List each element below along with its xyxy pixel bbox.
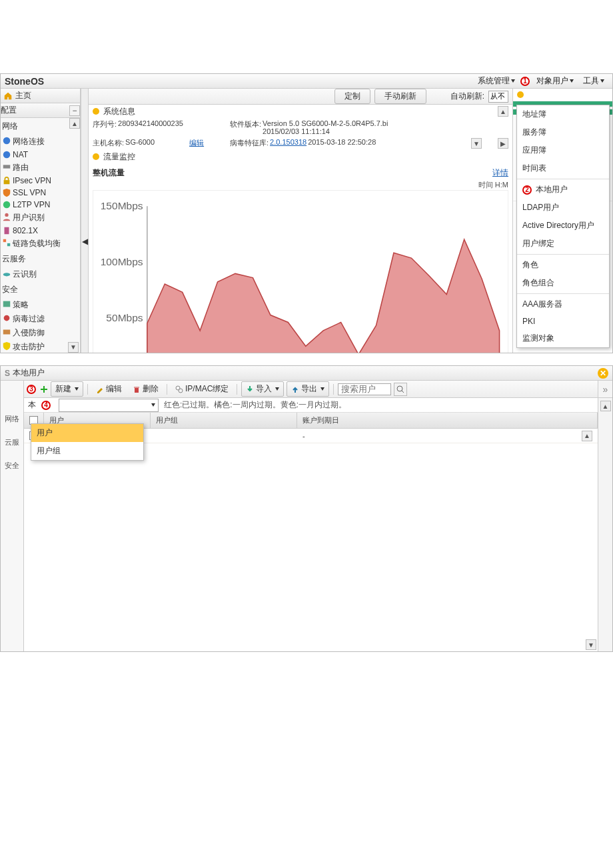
lb-icon: [2, 238, 11, 247]
nat-icon: [2, 150, 11, 159]
version-date: 2015/02/03 11:11:14: [263, 127, 330, 135]
mini-side-cloud[interactable]: 云服: [5, 437, 19, 447]
cloud-icon: [2, 269, 11, 278]
menu-tool[interactable]: 工具: [579, 74, 608, 88]
sidebar-item-nat[interactable]: NAT: [1, 149, 80, 161]
plug-icon: [2, 226, 11, 235]
export-button[interactable]: 导出: [287, 381, 329, 397]
window-prefix: S: [5, 369, 10, 378]
sidebar-item-userrec[interactable]: 用户识别: [1, 211, 80, 225]
globe-icon: [2, 136, 11, 145]
sidebar-item-l2tp[interactable]: L2TP VPN: [1, 199, 80, 211]
policy-icon: [2, 299, 11, 309]
svg-text:150Mbps: 150Mbps: [101, 200, 143, 211]
close-button[interactable]: ✕: [598, 368, 608, 379]
edit-host-link[interactable]: 编辑: [189, 138, 204, 149]
sidebar-item-ips[interactable]: 入侵防御: [1, 326, 80, 340]
menu-system[interactable]: 系统管理: [474, 74, 519, 88]
scroll-down-btn[interactable]: ▼: [68, 342, 79, 353]
virus-link[interactable]: 2.0.150318: [270, 138, 306, 149]
mini-sidebar: 网络 云服 安全: [1, 381, 24, 651]
dd-ad-user[interactable]: Active Directory用户: [517, 217, 609, 235]
menu-object-user[interactable]: 对象用户: [532, 74, 578, 88]
search-user-input[interactable]: [338, 383, 391, 395]
sidebar-item-netconn[interactable]: 网络连接: [1, 135, 80, 149]
delete-button[interactable]: 删除: [129, 382, 163, 396]
version-label: 软件版本:: [230, 119, 261, 135]
sidebar-item-route[interactable]: 路由: [1, 161, 80, 175]
scroll-up-btn[interactable]: ▲: [69, 118, 80, 129]
top-bar: StoneOS 系统管理 1 对象用户 工具: [1, 74, 612, 89]
expand-gutter[interactable]: »: [603, 384, 608, 395]
sidebar-collapser[interactable]: ◀: [81, 89, 89, 353]
svg-point-5: [5, 213, 8, 217]
dd-service-book[interactable]: 服务簿: [517, 123, 609, 141]
lock-icon: [2, 176, 11, 185]
dd-local-user[interactable]: 2本地用户: [517, 181, 609, 199]
svg-point-0: [3, 137, 11, 145]
sysinfo-scroll-right[interactable]: ▶: [498, 138, 508, 149]
window-title: 本地用户: [13, 367, 45, 379]
sidebar-item-ipsec[interactable]: IPsec VPN: [1, 175, 80, 187]
serial-label: 序列号:: [93, 119, 117, 135]
new-group-option[interactable]: 用户组: [31, 442, 143, 460]
dd-ldap-user[interactable]: LDAP用户: [517, 199, 609, 217]
dd-role-combo[interactable]: 角色组合: [517, 274, 609, 292]
mini-side-net[interactable]: 网络: [5, 414, 19, 424]
collapse-config-btn[interactable]: −: [69, 105, 80, 116]
dd-monitor-obj[interactable]: 监测对象: [517, 329, 609, 347]
user-select[interactable]: [59, 399, 159, 412]
search-button[interactable]: [394, 383, 407, 396]
sidebar-item-8021x[interactable]: 802.1X: [1, 225, 80, 237]
refresh-button[interactable]: 手动刷新: [374, 89, 426, 104]
dd-app-book[interactable]: 应用簿: [517, 141, 609, 159]
sysinfo-scroll-down[interactable]: ▼: [471, 138, 482, 149]
svg-rect-12: [3, 330, 11, 335]
svg-point-23: [179, 389, 183, 393]
ipmac-button[interactable]: IP/MAC绑定: [171, 382, 233, 396]
customize-button[interactable]: 定制: [334, 89, 370, 104]
version-value: Version 5.0 SG6000-M-2-5.0R4P5.7.bi: [263, 119, 388, 127]
sidebar-item-sslvpn[interactable]: SSL VPN: [1, 187, 80, 199]
shield2-icon: [2, 341, 11, 351]
chart-detail-link[interactable]: 详情: [492, 167, 508, 179]
col-group[interactable]: 用户组: [151, 413, 297, 428]
step-marker-4: 4: [41, 401, 51, 410]
dd-aaa[interactable]: AAA服务器: [517, 295, 609, 313]
svg-text:50Mbps: 50Mbps: [106, 312, 143, 323]
sidebar-home[interactable]: 主页: [1, 89, 80, 103]
sidebar: 主页 配置 − ▲ 网络 网络连接 NAT 路由 IPsec VPN SSL V…: [1, 89, 81, 353]
sidebar-cat-cloud: 云服务: [1, 251, 80, 267]
table-scroll-down[interactable]: ▼: [586, 639, 596, 650]
dd-schedule[interactable]: 时间表: [517, 159, 609, 177]
dd-address-book[interactable]: 地址簿: [517, 105, 609, 123]
new-user-option[interactable]: 用户: [31, 424, 143, 442]
row-scroll-up[interactable]: ▲: [582, 431, 592, 441]
new-dropdown: 用户 用户组: [31, 423, 144, 461]
import-button[interactable]: 导入: [241, 381, 284, 397]
mini-side-sec[interactable]: 安全: [5, 461, 19, 471]
new-button[interactable]: 新建: [51, 381, 83, 397]
sidebar-config[interactable]: 配置 −: [1, 103, 80, 118]
svg-rect-6: [5, 227, 9, 235]
dd-pki[interactable]: PKI: [517, 313, 609, 329]
dd-role[interactable]: 角色: [517, 256, 609, 274]
svg-rect-10: [3, 301, 11, 307]
sidebar-item-cloudrec[interactable]: 云识别: [1, 267, 80, 281]
col-expire[interactable]: 账户到期日: [297, 413, 598, 428]
svg-point-9: [3, 273, 11, 276]
link-icon: [175, 385, 183, 393]
edit-button[interactable]: 编辑: [92, 382, 126, 396]
sysinfo-scroll-up[interactable]: ▲: [498, 106, 508, 117]
sidebar-item-antivirus[interactable]: 病毒过滤: [1, 312, 80, 326]
sidebar-item-lb[interactable]: 链路负载均衡: [1, 237, 80, 251]
object-user-dropdown: 地址簿 服务簿 应用簿 时间表 2本地用户 LDAP用户 Active Dire…: [516, 105, 610, 348]
gutter-scroll-up[interactable]: ▲: [600, 401, 611, 411]
right-dot-icon: [517, 91, 524, 98]
sidebar-item-policy[interactable]: 策略: [1, 298, 80, 312]
main-area: 定制 手动刷新 自动刷新: 系统信息 ▲ 序列号:280934214000023…: [89, 89, 512, 353]
dd-user-bind[interactable]: 用户绑定: [517, 235, 609, 253]
auto-refresh-select[interactable]: [488, 91, 508, 103]
sidebar-cat-security: 安全: [1, 281, 80, 298]
sidebar-item-attack[interactable]: 攻击防护 ▼: [1, 340, 80, 353]
